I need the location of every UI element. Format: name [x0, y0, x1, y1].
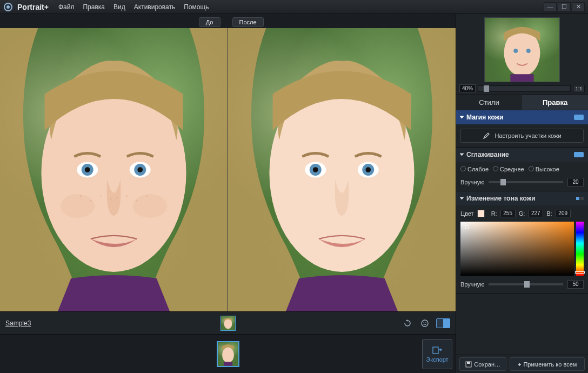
- smoothing-value[interactable]: 20: [567, 178, 584, 186]
- export-icon: [432, 345, 442, 354]
- compare-view: [0, 28, 456, 311]
- section-skin-magic-title: Магия кожи: [466, 114, 503, 121]
- menu-edit[interactable]: Правка: [83, 3, 105, 11]
- close-button[interactable]: ✕: [572, 2, 585, 12]
- rgb-b-input[interactable]: 209: [556, 210, 571, 217]
- maximize-button[interactable]: ☐: [558, 2, 571, 12]
- g-label: G:: [519, 210, 525, 217]
- export-button[interactable]: Экспорт: [422, 339, 452, 369]
- svg-point-11: [80, 195, 82, 197]
- minimize-button[interactable]: —: [544, 2, 557, 12]
- svg-point-13: [100, 195, 102, 197]
- svg-point-26: [224, 318, 232, 329]
- sv-panel[interactable]: [460, 222, 574, 276]
- color-swatch[interactable]: [477, 210, 485, 217]
- plus-icon: +: [518, 361, 521, 368]
- svg-point-1: [6, 5, 10, 9]
- action-buttons: Сохран… + Применить ко всем: [456, 355, 588, 373]
- smoothing-medium-radio[interactable]: Среднее: [493, 166, 524, 172]
- configure-skin-areas-button[interactable]: Настроить участки кожи: [460, 129, 584, 143]
- svg-point-7: [85, 167, 90, 172]
- smoothing-weak-radio[interactable]: Слабое: [460, 166, 489, 172]
- rotate-icon[interactable]: [402, 318, 413, 329]
- rgb-r-input[interactable]: 255: [500, 210, 516, 217]
- menu-activate[interactable]: Активировать: [134, 3, 175, 11]
- svg-point-34: [513, 49, 518, 53]
- svg-rect-32: [433, 347, 438, 354]
- sample-name-link[interactable]: Sample3: [5, 319, 31, 327]
- smoothing-slider[interactable]: [489, 181, 563, 183]
- tab-edit[interactable]: Правка: [522, 95, 588, 110]
- skintone-manual-label: Вручную: [460, 281, 484, 288]
- hue-strip[interactable]: [576, 222, 584, 276]
- save-icon: [465, 361, 472, 368]
- svg-point-35: [526, 49, 531, 53]
- save-button[interactable]: Сохран…: [459, 357, 506, 371]
- app-logo-icon: [3, 2, 13, 12]
- apply-all-button[interactable]: + Применить ко всем: [510, 357, 585, 371]
- smoothing-manual-label: Вручную: [460, 179, 484, 185]
- svg-point-12: [90, 200, 91, 202]
- before-pane[interactable]: [0, 28, 228, 311]
- smoothing-strong-radio[interactable]: Высокое: [529, 166, 559, 172]
- svg-rect-31: [223, 362, 232, 365]
- configure-skin-label: Настроить участки кожи: [495, 132, 561, 139]
- svg-point-24: [313, 167, 318, 172]
- svg-point-18: [116, 197, 118, 199]
- svg-point-25: [365, 167, 371, 172]
- filmstrip: Экспорт: [0, 334, 456, 373]
- svg-point-29: [425, 322, 426, 323]
- title-bar: Portrait+ Файл Правка Вид Активировать П…: [0, 0, 588, 14]
- filmstrip-thumb[interactable]: [217, 341, 239, 367]
- r-label: R:: [491, 210, 497, 217]
- rgb-g-input[interactable]: 227: [528, 210, 543, 217]
- chevron-down-icon: [460, 154, 464, 156]
- svg-rect-38: [467, 362, 470, 364]
- section-skintone-header[interactable]: Изменение тона кожи: [456, 191, 588, 205]
- svg-point-30: [222, 347, 234, 363]
- chevron-down-icon: [460, 116, 464, 119]
- svg-point-14: [126, 195, 128, 197]
- svg-point-28: [423, 322, 424, 323]
- image-info-bar: Sample3: [0, 311, 456, 334]
- after-pane[interactable]: [228, 28, 456, 311]
- svg-point-27: [422, 320, 428, 327]
- skintone-indicator: [576, 197, 584, 200]
- before-after-labels: До После: [0, 14, 456, 28]
- skintone-slider[interactable]: [489, 283, 563, 285]
- face-icon[interactable]: [419, 318, 431, 329]
- svg-point-9: [61, 194, 95, 218]
- section-smoothing-header[interactable]: Сглаживание: [456, 148, 588, 162]
- section-skin-magic-header[interactable]: Магия кожи: [456, 110, 588, 124]
- brush-icon: [483, 132, 490, 139]
- skintone-value[interactable]: 50: [567, 280, 584, 289]
- b-label: B:: [546, 210, 552, 217]
- navigator-image[interactable]: [484, 17, 560, 82]
- menu-file[interactable]: Файл: [58, 3, 75, 11]
- menu-view[interactable]: Вид: [113, 3, 125, 11]
- svg-point-8: [137, 167, 143, 172]
- export-label: Экспорт: [426, 356, 448, 363]
- color-picker[interactable]: [460, 222, 584, 276]
- face-thumbnail[interactable]: [220, 316, 236, 331]
- zoom-value: 40%: [459, 84, 476, 92]
- window-controls: — ☐ ✕: [544, 2, 585, 12]
- color-label: Цвет: [460, 210, 474, 217]
- svg-point-10: [133, 194, 167, 218]
- main-menu: Файл Правка Вид Активировать Помощь: [58, 3, 209, 11]
- section-smoothing-title: Сглаживание: [466, 151, 509, 158]
- after-label: После: [232, 17, 264, 27]
- skin-magic-toggle[interactable]: [574, 115, 584, 120]
- chevron-down-icon: [460, 197, 464, 200]
- svg-point-15: [136, 200, 138, 202]
- compare-toggle[interactable]: [436, 318, 450, 328]
- smoothing-toggle[interactable]: [574, 152, 584, 157]
- svg-rect-36: [510, 74, 533, 82]
- zoom-slider[interactable]: [478, 85, 571, 92]
- before-label: До: [199, 17, 220, 27]
- menu-help[interactable]: Помощь: [184, 3, 209, 11]
- tab-styles[interactable]: Стили: [456, 95, 522, 110]
- svg-point-16: [146, 195, 148, 197]
- navigator-preview: 40% 1:1: [456, 14, 588, 95]
- zoom-fit-button[interactable]: 1:1: [573, 85, 585, 92]
